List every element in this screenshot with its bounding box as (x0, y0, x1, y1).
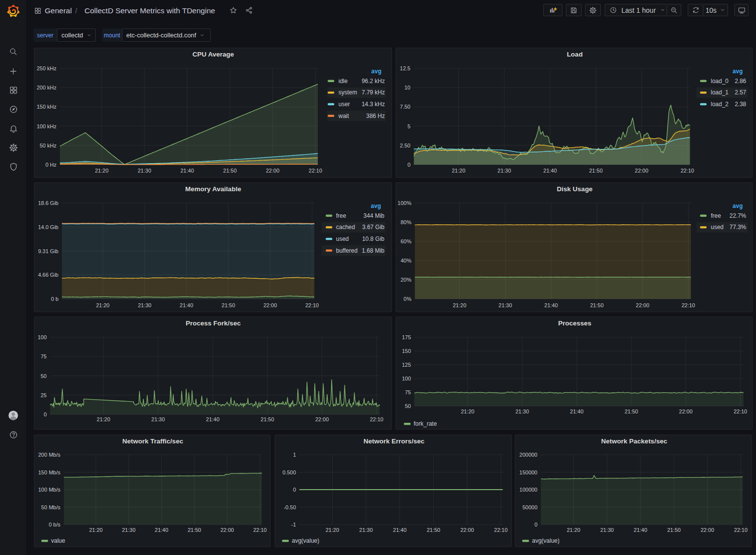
svg-text:Disk Usage: Disk Usage (557, 185, 592, 193)
svg-text:21:20: 21:20 (451, 168, 465, 174)
svg-text:21:20: 21:20 (325, 527, 339, 533)
svg-text:22:00: 22:00 (266, 168, 280, 174)
svg-text:0 b/s: 0 b/s (49, 522, 60, 527)
svg-text:-1: -1 (291, 522, 296, 527)
svg-text:22:10: 22:10 (680, 168, 694, 174)
svg-text:21:30: 21:30 (138, 302, 152, 308)
svg-text:21:30: 21:30 (359, 527, 373, 533)
svg-text:100 Mb/s: 100 Mb/s (38, 487, 61, 493)
svg-text:21:40: 21:40 (206, 416, 220, 422)
svg-text:100: 100 (38, 334, 47, 340)
svg-text:50000: 50000 (522, 504, 537, 510)
svg-text:175: 175 (402, 334, 411, 340)
svg-text:value: value (51, 537, 65, 544)
svg-text:200 Mb/s: 200 Mb/s (38, 452, 61, 458)
svg-text:user: user (338, 101, 350, 108)
svg-text:21:40: 21:40 (393, 527, 407, 533)
svg-text:load_0: load_0 (711, 78, 728, 85)
svg-text:80%: 80% (400, 219, 411, 225)
svg-text:Network Packets/sec: Network Packets/sec (601, 438, 668, 445)
svg-text:wait: wait (338, 113, 349, 119)
svg-text:CPU Average: CPU Average (193, 51, 234, 58)
svg-text:60%: 60% (400, 238, 411, 244)
svg-text:1.68 Mib: 1.68 Mib (362, 247, 384, 254)
svg-text:idle: idle (338, 78, 348, 85)
svg-text:Processes: Processes (558, 320, 591, 327)
svg-text:Network Errors/sec: Network Errors/sec (364, 438, 424, 445)
svg-text:21:20: 21:20 (461, 409, 475, 414)
svg-text:load_1: load_1 (711, 89, 728, 96)
svg-text:21:30: 21:30 (515, 409, 529, 414)
svg-text:10: 10 (404, 85, 410, 90)
svg-text:free: free (711, 212, 721, 219)
svg-text:21:40: 21:40 (180, 168, 194, 174)
svg-text:21:50: 21:50 (188, 527, 201, 533)
svg-text:5: 5 (407, 123, 410, 129)
svg-text:100%: 100% (397, 200, 411, 206)
svg-text:150: 150 (402, 348, 411, 354)
svg-text:22:00: 22:00 (635, 168, 648, 174)
svg-text:21:40: 21:40 (180, 302, 194, 308)
svg-text:21:50: 21:50 (667, 527, 681, 533)
svg-text:100 kHz: 100 kHz (37, 123, 56, 129)
svg-text:21:40: 21:40 (155, 527, 168, 533)
svg-text:21:40: 21:40 (544, 302, 558, 308)
svg-text:avg(value): avg(value) (292, 537, 319, 544)
svg-text:fork_rate: fork_rate (414, 420, 437, 427)
svg-text:21:20: 21:20 (95, 168, 109, 174)
svg-text:150 Mb/s: 150 Mb/s (38, 469, 61, 475)
svg-text:18.6 Gib: 18.6 Gib (38, 200, 58, 206)
svg-text:buffered: buffered (336, 247, 358, 254)
svg-text:0 Hz: 0 Hz (45, 162, 56, 168)
svg-text:22:10: 22:10 (308, 168, 322, 174)
svg-text:22:10: 22:10 (734, 527, 748, 533)
svg-text:14.3 kHz: 14.3 kHz (362, 101, 385, 108)
svg-text:100: 100 (402, 376, 411, 381)
svg-text:21:30: 21:30 (122, 527, 136, 533)
svg-text:125: 125 (402, 362, 411, 368)
svg-text:21:20: 21:20 (567, 527, 581, 533)
svg-text:75: 75 (41, 353, 47, 359)
svg-text:21:20: 21:20 (89, 527, 103, 533)
svg-text:2.50: 2.50 (400, 143, 410, 148)
svg-text:2.86: 2.86 (734, 78, 746, 85)
svg-text:21:20: 21:20 (97, 416, 111, 422)
svg-text:21:50: 21:50 (222, 302, 235, 308)
svg-text:22:00: 22:00 (263, 302, 277, 308)
svg-text:22:00: 22:00 (315, 416, 329, 422)
svg-text:21:50: 21:50 (223, 168, 237, 174)
svg-text:Memory Available: Memory Available (185, 185, 241, 193)
svg-text:21:40: 21:40 (634, 527, 647, 533)
svg-text:50: 50 (41, 373, 47, 379)
svg-text:avg(value): avg(value) (532, 537, 560, 544)
svg-text:7.50: 7.50 (400, 104, 410, 110)
svg-text:avg: avg (371, 68, 382, 75)
svg-text:100000: 100000 (519, 487, 537, 493)
svg-text:used: used (336, 235, 349, 242)
svg-text:200000: 200000 (519, 452, 537, 458)
svg-text:10.8 Gib: 10.8 Gib (362, 235, 385, 242)
svg-text:250 kHz: 250 kHz (37, 65, 56, 71)
svg-text:1: 1 (293, 452, 296, 458)
svg-text:14.0 Gib: 14.0 Gib (38, 224, 58, 230)
svg-text:22:00: 22:00 (700, 527, 714, 533)
svg-text:22:00: 22:00 (221, 527, 234, 533)
svg-text:21:50: 21:50 (624, 409, 638, 414)
svg-text:0: 0 (293, 487, 296, 493)
svg-text:2.38: 2.38 (734, 101, 746, 108)
svg-text:7.79 kHz: 7.79 kHz (362, 89, 385, 96)
svg-text:21:20: 21:20 (96, 302, 110, 308)
svg-text:150000: 150000 (519, 469, 537, 475)
svg-text:22:10: 22:10 (733, 409, 747, 414)
svg-text:used: used (711, 224, 724, 231)
svg-text:3.67 Gib: 3.67 Gib (362, 224, 385, 231)
svg-text:12.5: 12.5 (400, 65, 410, 71)
svg-text:avg: avg (371, 203, 381, 209)
svg-text:-0.50: -0.50 (283, 504, 296, 510)
svg-text:21:30: 21:30 (498, 302, 512, 308)
svg-text:cached: cached (336, 224, 355, 231)
svg-text:0: 0 (407, 162, 410, 168)
svg-text:386 Hz: 386 Hz (366, 113, 385, 119)
svg-text:0.500: 0.500 (282, 469, 296, 475)
svg-text:21:20: 21:20 (452, 302, 466, 308)
